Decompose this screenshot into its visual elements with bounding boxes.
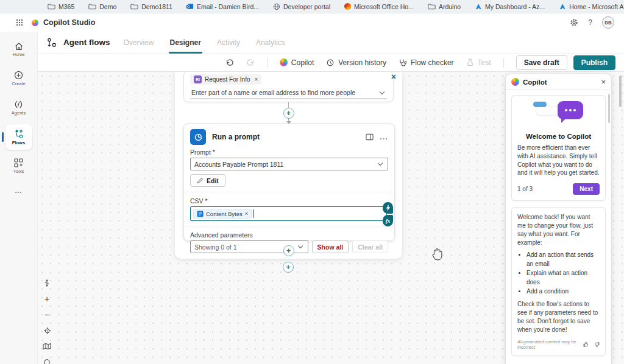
beaker-icon [466,58,474,66]
bullet-item: Add an action that sends an email [526,250,600,268]
divider [267,58,268,68]
more-options-icon[interactable]: ... [380,136,388,138]
sidebar-item-flows[interactable]: Flows [5,124,32,150]
browser-tab-m365[interactable]: M365 [48,3,74,10]
panel-scrollbar[interactable] [608,94,610,123]
settings-gear-icon[interactable] [570,18,578,27]
sidebar-item-home[interactable]: Home [5,37,32,62]
canvas-scrollbar[interactable] [619,75,622,107]
clear-all-button[interactable]: Clear all [352,240,388,253]
card-close-icon[interactable]: × [391,72,396,81]
request-for-info-chip[interactable]: RI Request For Info × [190,74,261,85]
copilot-icon [511,78,519,86]
focus-button[interactable] [43,326,51,335]
test-button[interactable]: Test [466,58,491,67]
redo-icon [246,58,255,67]
publish-button[interactable]: Publish [573,55,615,70]
insert-step-button[interactable]: + [283,245,294,256]
copilot-studio-logo [32,19,38,26]
copilot-toolbar-button[interactable]: Copilot [280,58,314,67]
version-history-button[interactable]: Version history [326,58,386,67]
tab-analytics[interactable]: Analytics [256,32,285,54]
copilot-panel-title: Copilot [523,79,547,86]
edit-prompt-button[interactable]: Edit [190,174,225,187]
zoom-in-button[interactable]: + [44,295,49,303]
chevron-down-icon [378,161,383,166]
thumbs-up-icon[interactable] [583,341,589,348]
browser-tab-dashboard[interactable]: My Dashboard - Az... [475,3,545,10]
trigger-card[interactable]: RI Request For Info × Enter part of a na… [183,72,394,102]
copilot-message: Welcome back! If you want me to change y… [511,207,606,355]
office-icon [344,3,351,10]
folder-icon [48,3,55,10]
agents-icon [14,100,23,109]
avatar[interactable]: DB [602,16,614,29]
minimap-button[interactable] [43,342,51,351]
browser-tab-demo1811[interactable]: Demo1811 [130,3,172,10]
content-bytes-chip[interactable]: Content Bytes × [193,209,252,219]
bullet-item: Explain what an action does [526,268,600,287]
divider [184,226,394,226]
message-bullets: Add an action that sends an email Explai… [517,250,600,296]
sidebar-item-create[interactable]: Create [5,66,32,91]
browser-tab-email[interactable]: Email - Damien Bird... [186,3,259,10]
dynamic-content-button[interactable] [383,202,393,214]
connector: + [283,102,294,124]
copilot-illustration [517,101,600,130]
run-a-prompt-card[interactable]: Run a prompt ... Prompt * Accounts Payab… [183,124,395,241]
stethoscope-icon [399,58,407,67]
app-header: Copilot Studio ? DB [0,13,624,32]
copilot-panel: Copilot × Welcome to Copilot Be more eff… [505,74,612,364]
ai-disclaimer: AI-generated content may be incorrect [517,339,583,350]
save-draft-button[interactable]: Save draft [516,55,567,70]
help-icon[interactable]: ? [588,18,592,27]
thumbs-down-icon[interactable] [594,341,600,348]
close-panel-icon[interactable]: × [601,78,606,86]
browser-tab-demo[interactable]: Demo [88,3,116,10]
chip-remove-icon[interactable]: × [245,211,248,217]
pencil-icon [197,178,203,184]
next-button[interactable]: Next [573,183,600,195]
open-panel-icon[interactable] [366,133,374,141]
add-step-button[interactable]: + [283,262,294,273]
copilot-icon [280,58,288,66]
zoom-out-button[interactable]: − [44,310,49,319]
app-title: Copilot Studio [43,18,95,27]
advanced-parameters-label: Advanced parameters [190,231,388,239]
browser-tab-developer-portal[interactable]: Developer portal [273,3,330,10]
expression-button[interactable]: fx [383,215,393,226]
sidebar-item-agents[interactable]: Agents [5,95,32,121]
sidebar-more-button[interactable]: ... [15,187,22,194]
fit-view-button[interactable] [43,279,51,287]
show-all-button[interactable]: Show all [312,240,349,253]
folder-icon [130,3,138,10]
insert-step-button[interactable]: + [283,108,294,119]
sidebar-item-tools[interactable]: Tools [5,153,32,179]
search-button[interactable] [43,358,51,364]
browser-tab-ms-home[interactable]: Home - Microsoft A... [559,3,624,10]
browser-tab-arduino[interactable]: Arduino [428,3,461,10]
tab-activity[interactable]: Activity [217,32,240,54]
people-search-combobox[interactable]: Enter part of a name or email address to… [190,88,387,99]
tab-overview[interactable]: Overview [124,32,154,54]
browser-tab-office-home[interactable]: Microsoft Office Ho... [344,3,414,10]
carousel-progress: 1 of 3 [517,186,533,192]
csv-input[interactable]: Content Bytes × fx [190,206,387,221]
message-outro: Check the flow's actions to see if any p… [517,300,600,334]
redo-button[interactable] [246,58,255,67]
flow-step-group: RI Request For Info × Enter part of a na… [175,72,402,259]
clock-icon [326,58,335,67]
waffle-icon[interactable] [16,19,23,26]
divider [503,58,504,68]
undo-button[interactable] [225,58,234,67]
chip-remove-icon[interactable]: × [254,76,258,83]
prompt-select[interactable]: Accounts Payable Prompt 1811 [190,158,388,170]
globe-icon [273,3,280,10]
action-title: Run a prompt [212,133,260,141]
bullet-item: Add a condition [526,287,600,296]
flow-checker-button[interactable]: Flow checker [399,58,454,67]
browser-tab-bar: M365 Demo Demo1811 Email - Damien Bird..… [0,0,624,13]
message-intro: Welcome back! If you want me to change y… [517,213,600,247]
agent-flows-icon [46,37,57,48]
tab-designer[interactable]: Designer [170,32,201,54]
